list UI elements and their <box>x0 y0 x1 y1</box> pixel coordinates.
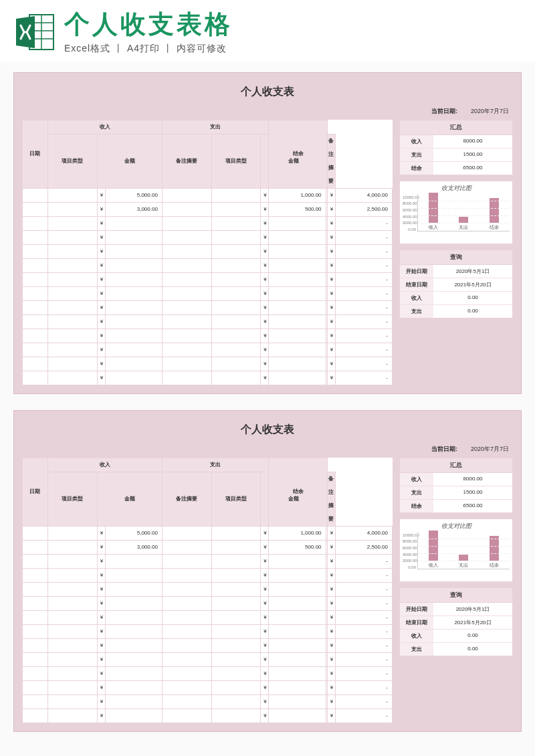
col-income-group: 收入 <box>47 458 162 472</box>
chart-y-axis: 10000.008000.006000.004000.002000.000.00 <box>403 194 417 241</box>
col-date: 日期 <box>23 120 48 188</box>
table-row: ¥¥¥- <box>23 230 393 244</box>
table-row: ¥¥¥- <box>23 343 393 357</box>
summary-income-label: 收入 <box>400 135 433 148</box>
main-grid: 日期 收入 支出 结余 项目类型 金额 备注摘要 项目类型 金额 备注摘要 <box>22 458 393 723</box>
col-expense-amount: 金额 <box>261 472 326 526</box>
query-start-value: 2020年5月1日 <box>433 603 512 616</box>
chart-bars: 收入支出结余 <box>417 194 510 231</box>
current-date-bar: 当前日期: 2020年7月7日 <box>22 444 513 455</box>
table-row: ¥3,000.00¥500.00¥2,500.00 <box>23 540 393 554</box>
query-end-label: 结束日期 <box>400 616 433 629</box>
table-row: ¥¥¥- <box>23 694 393 708</box>
table-row: ¥5,000.00¥1,000.00¥4,000.00 <box>23 526 393 540</box>
col-income-remark: 备注摘要 <box>162 472 211 526</box>
query-start-value: 2020年5月1日 <box>433 265 512 278</box>
chart-bars: 收入支出结余 <box>417 532 510 569</box>
chart-panel: 收支对比图 10000.008000.006000.004000.002000.… <box>399 181 513 244</box>
query-panel: 查询 开始日期2020年5月1日 结束日期2021年5月20日 收入0.00 支… <box>399 250 513 318</box>
query-income-label: 收入 <box>400 292 433 304</box>
col-income-amount: 金额 <box>97 134 162 188</box>
current-date-value: 2020年7月7日 <box>471 445 509 454</box>
table-row: ¥¥¥- <box>23 300 393 314</box>
table-row: ¥¥¥- <box>23 554 393 568</box>
query-end-value: 2021年5月20日 <box>433 616 512 629</box>
table-row: ¥¥¥- <box>23 258 393 272</box>
table-row: ¥¥¥- <box>23 244 393 258</box>
table-row: ¥¥¥- <box>23 708 393 723</box>
chart-bar: 结余 <box>481 198 508 230</box>
col-expense-type: 项目类型 <box>211 472 261 526</box>
table-row: ¥¥¥- <box>23 624 393 638</box>
side-panels: 汇总 收入8000.00 支出1500.00 结余6500.00 收支对比图 1… <box>399 120 513 385</box>
table-row: ¥¥¥- <box>23 216 393 230</box>
summary-expense-value: 1500.00 <box>433 149 512 161</box>
query-start-label: 开始日期 <box>400 603 433 616</box>
table-row: ¥¥¥- <box>23 596 393 610</box>
col-income-remark: 备注摘要 <box>162 134 211 188</box>
ledger-body: ¥5,000.00¥1,000.00¥4,000.00¥3,000.00¥500… <box>23 188 393 385</box>
sheet-title: 个人收支表 <box>22 81 513 106</box>
summary-income-value: 8000.00 <box>433 473 512 486</box>
query-expense-value: 0.00 <box>433 643 512 656</box>
current-date-label: 当前日期: <box>431 107 457 116</box>
summary-income-value: 8000.00 <box>433 135 512 148</box>
table-row: ¥¥¥- <box>23 272 393 286</box>
page-subtitle: Excel格式 丨 A4打印 丨 内容可修改 <box>64 43 522 55</box>
col-expense-amount: 金额 <box>261 134 326 188</box>
page-title: 个人收支表格 <box>64 11 522 39</box>
table-row: ¥¥¥- <box>23 680 393 694</box>
summary-title: 汇总 <box>400 120 512 135</box>
summary-title: 汇总 <box>400 458 512 473</box>
summary-balance-label: 结余 <box>400 162 433 175</box>
current-date-value: 2020年7月7日 <box>471 107 509 116</box>
table-row: ¥¥¥- <box>23 357 393 371</box>
chart-bar: 结余 <box>481 536 508 568</box>
table-row: ¥¥¥- <box>23 328 393 343</box>
summary-income-label: 收入 <box>400 473 433 486</box>
summary-expense-label: 支出 <box>400 486 433 499</box>
table-row: ¥¥¥- <box>23 286 393 300</box>
summary-panel: 汇总 收入8000.00 支出1500.00 结余6500.00 <box>399 458 513 513</box>
col-expense-type: 项目类型 <box>211 134 261 188</box>
summary-expense-label: 支出 <box>400 149 433 161</box>
col-expense-group: 支出 <box>162 458 268 472</box>
page-header: 个人收支表格 Excel格式 丨 A4打印 丨 内容可修改 <box>0 0 535 62</box>
query-panel: 查询 开始日期2020年5月1日 结束日期2021年5月20日 收入0.00 支… <box>399 587 513 656</box>
summary-balance-value: 6500.00 <box>433 500 512 512</box>
side-panels: 汇总 收入8000.00 支出1500.00 结余6500.00 收支对比图 1… <box>399 458 513 723</box>
chart-bar: 收入 <box>419 531 447 569</box>
col-income-amount: 金额 <box>97 472 162 526</box>
query-title: 查询 <box>400 588 512 603</box>
table-row: ¥¥¥- <box>23 610 393 624</box>
chart-bar: 支出 <box>450 555 477 568</box>
sheet-title: 个人收支表 <box>22 419 513 444</box>
chart-bar: 收入 <box>419 193 447 231</box>
table-row: ¥¥¥- <box>23 638 393 652</box>
ledger-table: 日期 收入 支出 结余 项目类型 金额 备注摘要 项目类型 金额 备注摘要 <box>22 120 393 385</box>
query-income-value: 0.00 <box>433 630 512 642</box>
col-income-type: 项目类型 <box>47 472 97 526</box>
query-expense-label: 支出 <box>400 643 433 656</box>
query-end-label: 结束日期 <box>400 278 433 291</box>
summary-balance-label: 结余 <box>400 500 433 512</box>
current-date-label: 当前日期: <box>431 445 457 454</box>
main-grid: 日期 收入 支出 结余 项目类型 金额 备注摘要 项目类型 金额 备注摘要 <box>22 120 393 385</box>
summary-panel: 汇总 收入8000.00 支出1500.00 结余6500.00 <box>399 120 513 175</box>
chart-bar: 支出 <box>450 217 477 230</box>
chart-y-axis: 10000.008000.006000.004000.002000.000.00 <box>403 532 417 579</box>
chart-panel: 收支对比图 10000.008000.006000.004000.002000.… <box>399 518 513 582</box>
query-end-value: 2021年5月20日 <box>433 278 512 291</box>
ledger-table: 日期 收入 支出 结余 项目类型 金额 备注摘要 项目类型 金额 备注摘要 <box>22 458 393 723</box>
query-title: 查询 <box>400 250 512 265</box>
table-row: ¥¥¥- <box>23 666 393 680</box>
col-expense-group: 支出 <box>162 120 268 134</box>
table-row: ¥¥¥- <box>23 371 393 385</box>
col-income-group: 收入 <box>47 120 162 134</box>
table-row: ¥3,000.00¥500.00¥2,500.00 <box>23 202 393 216</box>
query-start-label: 开始日期 <box>400 265 433 278</box>
col-expense-remark: 备注摘要 <box>327 472 335 526</box>
col-expense-remark: 备注摘要 <box>327 134 335 188</box>
summary-expense-value: 1500.00 <box>433 486 512 499</box>
summary-balance-value: 6500.00 <box>433 162 512 175</box>
